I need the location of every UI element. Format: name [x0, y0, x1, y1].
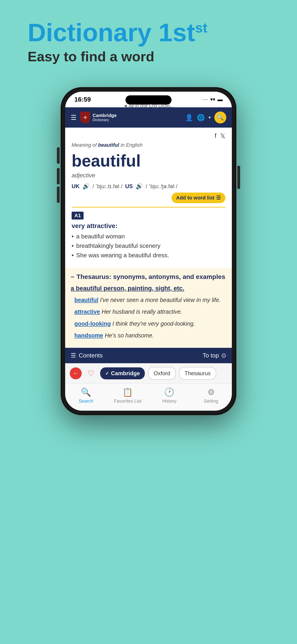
bottom-nav-item-favorites[interactable]: 📋 Favorites List — [107, 388, 148, 404]
favorites-nav-icon: 📋 — [122, 388, 133, 397]
thesaurus-word-handsome[interactable]: handsome — [74, 332, 103, 338]
thesaurus-dash: – — [71, 273, 74, 280]
content-area: f 𝕏 Meaning of beautiful in English beau… — [65, 128, 232, 266]
status-carrier: ◄ All in one Eng Dictio... — [123, 103, 174, 108]
page-title: Dictionary 1stst — [28, 18, 288, 46]
thesaurus-example-attractive: Her husband is really attractive. — [102, 308, 182, 315]
thesaurus-word-beautiful[interactable]: beautiful — [74, 297, 98, 303]
logo-dictionary: Dictionary — [92, 118, 116, 122]
uk-pronunciation: / ˈbjuː.tɪ.fəl / — [92, 183, 122, 190]
dropdown-icon[interactable]: ▾ — [208, 115, 211, 120]
history-nav-label: History — [162, 398, 176, 404]
thesaurus-entry-4: handsome He's so handsome. — [71, 331, 226, 340]
phone-wrapper: 16:59 ···· ▾▾ ▬ ◄ All in one Eng Dictio.… — [61, 88, 236, 415]
favorites-button[interactable]: ♡ — [85, 367, 97, 379]
page-subtitle: Easy to find a word — [28, 48, 288, 64]
example-2: breathtakingly beautiful scenery — [72, 242, 226, 250]
user-icon[interactable]: 👤 — [185, 114, 193, 122]
thesaurus-example-good-looking: I think they're very good-looking. — [112, 320, 195, 327]
cambridge-logo: Cambridge Dictionary — [80, 112, 116, 123]
meaning-label: Meaning of beautiful in English — [72, 142, 226, 148]
battery-icon: ▬ — [218, 96, 223, 102]
contents-left: ☰ Contents — [71, 352, 103, 359]
heart-icon: ♡ — [88, 369, 94, 378]
setting-nav-icon: ⚙ — [208, 388, 215, 397]
us-label: US — [125, 183, 132, 190]
to-top-label[interactable]: To top — [202, 352, 219, 359]
bottom-nav: 🔍 Search 📋 Favorites List 🕐 History ⚙ Se… — [65, 384, 232, 411]
bottom-nav-item-history[interactable]: 🕐 History — [148, 388, 190, 404]
logo-shield — [80, 112, 90, 123]
cambridge-tab-label: Cambridge — [111, 370, 140, 376]
nav-search-button[interactable]: 🔍 — [214, 112, 226, 124]
pronunciation-row: UK 🔊 / ˈbjuː.tɪ.fəl / US 🔊 / ˈbjuː.t̬ə.f… — [72, 183, 226, 203]
cambridge-tab[interactable]: ✓ Cambridge — [100, 367, 145, 379]
level-badge: A1 — [72, 212, 84, 220]
example-3: She was wearing a beautiful dress. — [72, 252, 226, 259]
circle-icon[interactable]: ⊙ — [221, 352, 226, 359]
thesaurus-entry-1: beautiful I've never seen a more beautif… — [71, 296, 226, 304]
phone-screen: 16:59 ···· ▾▾ ▬ ◄ All in one Eng Dictio.… — [65, 92, 232, 411]
divider-line — [72, 207, 226, 208]
contents-bar: ☰ Contents To top ⊙ — [65, 348, 232, 363]
thesaurus-word-attractive[interactable]: attractive — [74, 308, 100, 315]
page-header: Dictionary 1stst Easy to find a word — [9, 18, 288, 64]
us-pronunciation: / ˈbjuː.t̬ə.fəl / — [146, 183, 178, 190]
thesaurus-word-good-looking[interactable]: good-looking — [74, 320, 111, 327]
dict-tabs: ← ♡ ✓ Cambridge Oxford Thesaurus — [65, 363, 232, 384]
example-1: a beautiful woman — [72, 233, 226, 240]
logo-cambridge: Cambridge — [92, 113, 116, 118]
contents-hamburger-icon[interactable]: ☰ — [71, 352, 76, 359]
thesaurus-tab[interactable]: Thesaurus — [179, 367, 216, 380]
setting-nav-label: Setting — [204, 398, 218, 404]
nav-right: 👤 🌐 ▾ 🔍 — [185, 112, 226, 124]
thesaurus-subheading[interactable]: a beautiful person, painting, sight, etc… — [71, 285, 226, 292]
back-button[interactable]: ← — [70, 367, 82, 379]
thesaurus-title: Thesaurus: synonyms, antonyms, and examp… — [77, 273, 226, 281]
contents-label[interactable]: Contents — [79, 352, 103, 359]
word-pos: adjective — [72, 172, 226, 179]
status-icons: ···· ▾▾ ▬ — [202, 96, 223, 102]
phone-outer: 16:59 ···· ▾▾ ▬ ◄ All in one Eng Dictio.… — [61, 88, 236, 415]
globe-icon[interactable]: 🌐 — [197, 114, 205, 122]
oxford-tab[interactable]: Oxford — [148, 367, 176, 380]
facebook-icon[interactable]: f — [214, 132, 216, 140]
add-to-word-list-label: Add to word list — [176, 195, 214, 201]
uk-label: UK — [72, 183, 80, 190]
list-icon: ☰ — [216, 195, 221, 201]
definition: very attractive: — [72, 222, 226, 230]
back-icon: ← — [73, 370, 79, 377]
uk-speaker-icon[interactable]: 🔊 — [82, 183, 90, 190]
bottom-nav-item-setting[interactable]: ⚙ Setting — [190, 388, 232, 404]
thesaurus-section: – Thesaurus: synonyms, antonyms, and exa… — [65, 268, 232, 348]
nav-search-icon: 🔍 — [217, 114, 224, 121]
twitter-icon[interactable]: 𝕏 — [220, 132, 226, 140]
search-nav-icon: 🔍 — [81, 388, 91, 397]
contents-right: To top ⊙ — [202, 352, 226, 359]
thesaurus-example-handsome: He's so handsome. — [105, 332, 154, 338]
status-time: 16:59 — [74, 96, 91, 103]
thesaurus-example-beautiful: I've never seen a more beautiful view in… — [100, 297, 220, 303]
signal-dots-icon: ···· — [202, 96, 208, 102]
bottom-nav-item-search[interactable]: 🔍 Search — [65, 388, 107, 404]
us-speaker-icon[interactable]: 🔊 — [136, 183, 143, 190]
logo-text: Cambridge Dictionary — [92, 113, 116, 122]
favorites-nav-label: Favorites List — [114, 398, 141, 404]
hamburger-icon[interactable]: ☰ — [71, 114, 76, 122]
nav-left: ☰ Cambridge Dictionary — [71, 112, 116, 123]
add-to-word-list-button[interactable]: Add to word list ☰ — [172, 192, 226, 203]
check-icon: ✓ — [105, 370, 109, 376]
search-nav-label: Search — [79, 398, 93, 404]
social-icons-row: f 𝕏 — [72, 132, 226, 140]
nav-bar: ☰ Cambridge Dictionary 👤 🌐 ▾ 🔍 — [65, 107, 232, 128]
word-title: beautiful — [72, 152, 226, 170]
wifi-icon: ▾▾ — [210, 96, 215, 102]
history-nav-icon: 🕐 — [164, 388, 174, 397]
thesaurus-entry-2: attractive Her husband is really attract… — [71, 308, 226, 316]
thesaurus-entry-3: good-looking I think they're very good-l… — [71, 320, 226, 328]
thesaurus-header: – Thesaurus: synonyms, antonyms, and exa… — [71, 273, 226, 281]
